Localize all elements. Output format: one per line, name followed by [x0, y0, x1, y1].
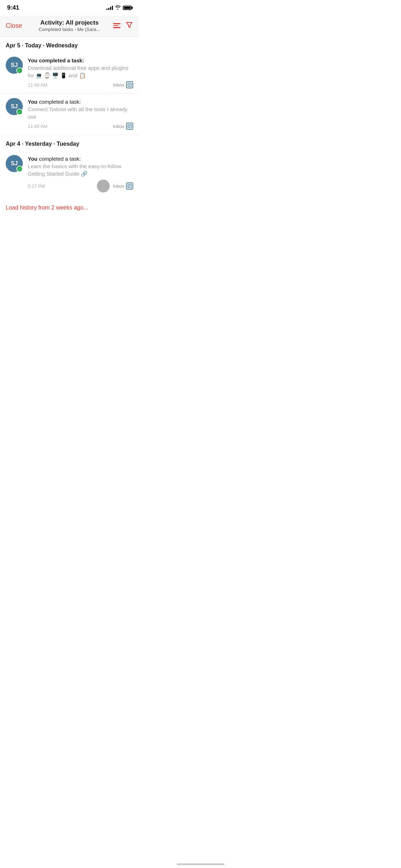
close-button[interactable]: Close	[6, 22, 27, 30]
activity-content-1: You completed a task: Download additiona…	[28, 57, 133, 88]
status-icons	[106, 5, 132, 11]
activity-content-3: You completed a task: Learn the basics w…	[28, 155, 133, 192]
section-apr4-label: Apr 4 · Yesterday · Tuesday	[6, 141, 79, 147]
nav-title-area: Activity: All projects Completed tasks -…	[27, 19, 112, 32]
activity-text-2: You completed a task: Connect Todoist wi…	[28, 98, 133, 120]
activity-time-3: 5:17 PM	[28, 184, 45, 189]
check-badge-2: ✓	[16, 109, 23, 115]
nav-bar: Close Activity: All projects Completed t…	[0, 16, 139, 37]
activity-text-1: You completed a task: Download additiona…	[28, 57, 133, 79]
gray-circle-overlay	[97, 180, 110, 192]
activity-item-3: SJ ✓ You completed a task: Learn the bas…	[0, 151, 139, 197]
project-label-1: Inbox	[113, 82, 124, 88]
avatar-wrap-2: SJ ✓	[6, 98, 23, 115]
activity-meta-1: 11:49 AM Inbox	[28, 81, 133, 88]
status-time: 9:41	[7, 4, 19, 11]
activity-time-2: 11:49 AM	[28, 124, 47, 129]
activity-meta-2: 11:49 AM Inbox	[28, 123, 133, 130]
activity-task-1: Download additional free apps and plugin…	[28, 65, 129, 78]
signal-icon	[106, 6, 113, 10]
activity-meta-3: 5:17 PM Inbox	[28, 180, 133, 192]
section-apr5-label: Apr 5 · Today · Wednesday	[6, 42, 78, 48]
filter-icon[interactable]	[125, 21, 133, 30]
project-label-2: Inbox	[113, 124, 124, 129]
project-icon-2	[126, 123, 133, 130]
activity-project-2: Inbox	[113, 123, 133, 130]
activity-actor-3: You	[28, 156, 37, 162]
project-label-3: Inbox	[113, 184, 124, 189]
wifi-icon	[115, 5, 121, 11]
status-bar: 9:41	[0, 0, 139, 16]
activity-project-3: Inbox	[97, 180, 133, 192]
activity-actor-1: You completed a task:	[28, 57, 84, 63]
battery-icon	[123, 6, 132, 10]
avatar-wrap-1: SJ ✓	[6, 57, 23, 74]
activity-project-1: Inbox	[113, 81, 133, 88]
check-badge-1: ✓	[16, 67, 23, 74]
activity-text-3: You completed a task: Learn the basics w…	[28, 155, 133, 177]
section-apr5: Apr 5 · Today · Wednesday	[0, 37, 139, 52]
activity-time-1: 11:49 AM	[28, 82, 47, 88]
project-icon-1	[126, 81, 133, 88]
activity-task-3: Learn the basics with the easy-to-follow…	[28, 163, 121, 177]
activity-item-2: SJ ✓ You completed a task: Connect Todoi…	[0, 94, 139, 135]
nav-actions	[112, 21, 133, 30]
activity-actor-2: You	[28, 99, 37, 105]
list-icon[interactable]	[113, 23, 120, 28]
check-badge-3: ✓	[16, 166, 23, 172]
avatar-wrap-3: SJ ✓	[6, 155, 23, 172]
nav-title: Activity: All projects	[27, 19, 112, 26]
load-history-button[interactable]: Load history from 2 weeks ago...	[0, 197, 139, 218]
activity-item-1: SJ ✓ You completed a task: Download addi…	[0, 52, 139, 94]
activity-task-2: Connect Todoist with all the tools I alr…	[28, 106, 127, 120]
nav-subtitle: Completed tasks - Me (Sara...	[27, 27, 112, 32]
activity-content-2: You completed a task: Connect Todoist wi…	[28, 98, 133, 130]
section-apr4: Apr 4 · Yesterday · Tuesday	[0, 135, 139, 151]
project-icon-3	[126, 182, 133, 190]
